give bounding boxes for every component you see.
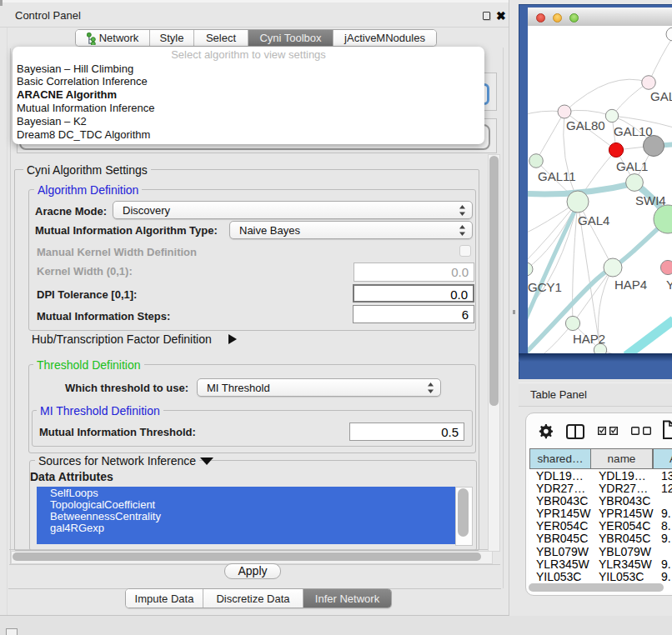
svg-text:GAL80: GAL80 — [566, 118, 605, 132]
svg-text:GAL4: GAL4 — [578, 213, 609, 228]
svg-text:GAL2: GAL2 — [650, 89, 672, 103]
svg-text:HAP2: HAP2 — [573, 332, 605, 346]
svg-text:GCY1: GCY1 — [528, 280, 562, 294]
svg-text:SWI4: SWI4 — [635, 193, 666, 208]
svg-text:GAL1: GAL1 — [616, 159, 648, 173]
svg-text:Y: Y — [666, 278, 672, 292]
svg-text:GAL10: GAL10 — [614, 124, 653, 138]
svg-text:HAP4: HAP4 — [614, 278, 647, 292]
svg-text:GAL11: GAL11 — [538, 169, 576, 183]
